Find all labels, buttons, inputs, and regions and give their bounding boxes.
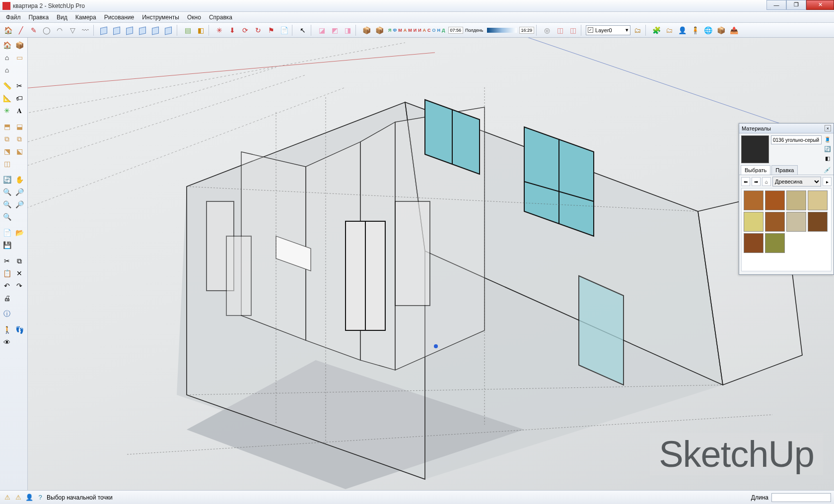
zoom-prev-icon[interactable]: 🔎 (14, 199, 25, 210)
nav-back-icon[interactable]: ⬅ (741, 177, 750, 186)
rotate-icon[interactable]: ⟳ (239, 24, 251, 36)
time-end[interactable]: 16:29 (519, 27, 535, 34)
text3d-icon[interactable]: 𝐀 (14, 105, 25, 116)
current-material-swatch[interactable] (741, 135, 769, 163)
pan-icon[interactable]: ✋ (14, 174, 25, 185)
print-icon[interactable]: 🖨 (1, 293, 12, 304)
match-color-icon[interactable]: ◧ (824, 154, 832, 162)
followme-icon[interactable]: ⬓ (14, 121, 25, 132)
menu-draw[interactable]: Рисование (100, 12, 138, 22)
iso-back-icon[interactable] (111, 24, 123, 36)
swatch-4[interactable] (744, 212, 764, 232)
status-human-icon[interactable]: 👤 (25, 493, 34, 502)
tape-icon[interactable]: 📏 (1, 80, 12, 91)
eyedropper-icon[interactable]: 💉 (823, 166, 832, 175)
panel-header[interactable]: Материалы × (739, 124, 834, 133)
intersect-a-icon[interactable]: ⬔ (1, 146, 12, 157)
box-a-icon[interactable]: 📦 (360, 24, 372, 36)
group-b-icon[interactable]: 🗂 (663, 24, 675, 36)
line-tool-icon[interactable]: ╱ (15, 24, 27, 36)
redo-icon[interactable]: ↷ (14, 280, 25, 291)
menu-file[interactable]: Файл (2, 12, 25, 22)
swatch-2[interactable] (786, 190, 806, 210)
model-home-icon[interactable]: 🏠 (1, 40, 12, 51)
offset-a-icon[interactable]: ⧉ (1, 133, 12, 144)
zoom-extents-icon[interactable]: 🔍 (1, 199, 12, 210)
zoom-icon[interactable]: 🔍 (1, 187, 12, 197)
cut-icon[interactable]: ✂ (1, 255, 12, 266)
section-b-icon[interactable]: ◫ (567, 24, 579, 36)
reload-icon[interactable]: ↻ (252, 24, 264, 36)
model-home2-icon[interactable]: ⌂ (1, 52, 12, 63)
measure-input[interactable] (771, 493, 831, 502)
axes-icon[interactable]: ✳ (213, 24, 225, 36)
zoom-window-icon[interactable]: 🔎 (14, 187, 25, 197)
select-arrow-icon[interactable]: ↖ (297, 24, 309, 36)
layer-dropdown[interactable]: ✓ Layer0 ▾ (586, 25, 630, 35)
send-icon[interactable]: 📤 (728, 24, 740, 36)
nav-home-icon[interactable]: ⌂ (762, 177, 771, 186)
package-icon[interactable]: 📦 (715, 24, 727, 36)
style-xray-icon[interactable]: ◧ (195, 24, 207, 36)
freehand-tool-icon[interactable]: 〰 (79, 24, 91, 36)
axes2-icon[interactable]: ✳ (1, 105, 12, 116)
model-box-icon[interactable]: 📦 (14, 40, 25, 51)
swatch-0[interactable] (744, 190, 764, 210)
zoom-sel-icon[interactable]: 🔍 (1, 211, 12, 222)
swatch-5[interactable] (765, 212, 785, 232)
group-a-icon[interactable]: 🧩 (650, 24, 662, 36)
box-b-icon[interactable]: 📦 (373, 24, 385, 36)
circle-tool-icon[interactable]: ◯ (41, 24, 53, 36)
undo-icon[interactable]: ↶ (1, 280, 12, 291)
time-gradient[interactable] (487, 28, 517, 33)
model-home3-icon[interactable]: ⌂ (1, 64, 12, 75)
eye-icon[interactable]: 👁 (1, 337, 12, 348)
iso-front-icon[interactable] (98, 24, 110, 36)
swatch-7[interactable] (808, 212, 828, 232)
iso-right-icon[interactable] (150, 24, 162, 36)
menu-help[interactable]: Справка (205, 12, 236, 22)
close-button[interactable]: ✕ (806, 0, 834, 10)
model-panel-icon[interactable]: ▭ (14, 52, 25, 63)
iso-top-icon[interactable] (124, 24, 136, 36)
eraser-hard-icon[interactable]: ◩ (329, 24, 341, 36)
intersect-b-icon[interactable]: ⬕ (14, 146, 25, 157)
menu-camera[interactable]: Камера (71, 12, 100, 22)
eraser-edge-icon[interactable]: ◨ (342, 24, 353, 36)
look-icon[interactable]: 👣 (14, 324, 25, 335)
status-help-icon[interactable]: ? (36, 493, 45, 502)
info-icon[interactable]: ⓘ (1, 309, 12, 319)
copy-icon[interactable]: ⧉ (14, 255, 25, 266)
layer-visible-checkbox[interactable]: ✓ (588, 27, 593, 33)
create-material-icon[interactable]: 🧵 (824, 135, 832, 143)
save-icon[interactable]: 💾 (1, 240, 12, 251)
new-icon[interactable]: 📄 (1, 227, 12, 238)
globe-icon[interactable]: 🌐 (702, 24, 714, 36)
swatch-9[interactable] (765, 233, 785, 253)
tab-select[interactable]: Выбрать (741, 165, 770, 175)
swatch-3[interactable] (808, 190, 828, 210)
default-material-icon[interactable]: 🔄 (824, 145, 832, 153)
paste-icon[interactable]: 📋 (1, 268, 12, 279)
status-warn1-icon[interactable]: ⚠ (3, 493, 12, 502)
layer-manager-icon[interactable]: 🗂 (631, 24, 643, 36)
polygon-tool-icon[interactable]: ▽ (67, 24, 78, 36)
nav-fwd-icon[interactable]: ➡ (752, 177, 761, 186)
open-icon[interactable]: 📂 (14, 227, 25, 238)
orbit-icon[interactable]: 🔄 (1, 174, 12, 185)
arc-tool-icon[interactable]: ◠ (54, 24, 66, 36)
menu-tools[interactable]: Инструменты (138, 12, 183, 22)
swatch-1[interactable] (765, 190, 785, 210)
shadow-icon[interactable]: ◎ (541, 24, 553, 36)
section-a-icon[interactable]: ◫ (554, 24, 566, 36)
iso-left-icon[interactable] (137, 24, 149, 36)
dim-icon[interactable]: 📐 (1, 93, 12, 104)
delete-icon[interactable]: ✕ (14, 268, 25, 279)
status-warn2-icon[interactable]: ⚠ (14, 493, 23, 502)
offset-b-icon[interactable]: ⧉ (14, 133, 25, 144)
pencil-icon[interactable]: ✎ (28, 24, 40, 36)
menu-edit[interactable]: Правка (25, 12, 53, 22)
materials-panel[interactable]: Материалы × 🧵 🔄 ◧ Выбрать Правка 💉 ⬅ ➡ ⌂… (739, 123, 834, 275)
label-icon[interactable]: 🏷 (14, 93, 25, 104)
shell-icon[interactable]: ◫ (1, 158, 12, 169)
